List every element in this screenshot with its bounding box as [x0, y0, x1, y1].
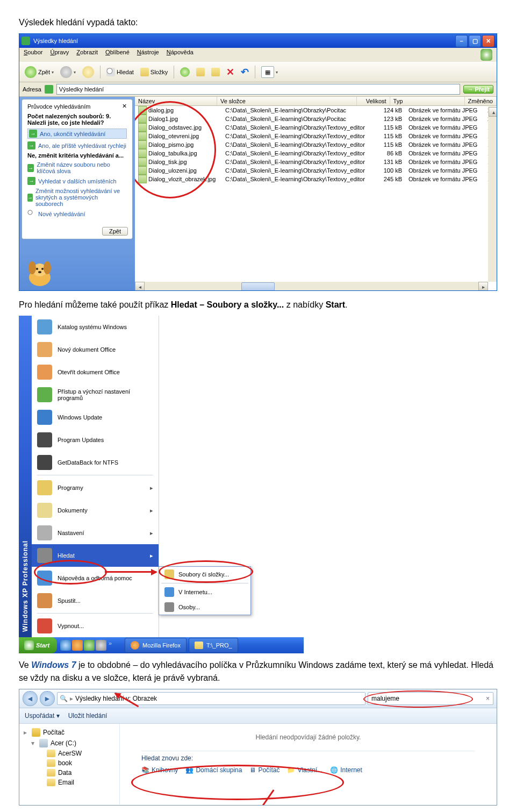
up-button[interactable]	[80, 65, 96, 79]
folder-tree: ▸Počítač▾Acer (C:)AcerSWbookDataEmail	[19, 724, 120, 804]
menu-item[interactable]: Nástroje	[137, 49, 159, 61]
start-menu-item[interactable]: Dokumenty▸	[32, 499, 159, 522]
menubar: SouborÚpravyZobrazitOblíbenéNástrojeNápo…	[19, 48, 497, 62]
wizard-close-button[interactable]: ✕	[122, 103, 127, 110]
tree-item[interactable]: Email	[24, 778, 115, 787]
header-type[interactable]: Typ	[390, 97, 465, 105]
minimize-button[interactable]: –	[455, 35, 468, 47]
start-menu-item[interactable]: Nastavení▸	[32, 522, 159, 544]
forward-button[interactable]: ▾	[58, 65, 78, 79]
start-menu-item[interactable]: Spustit...	[32, 589, 159, 612]
search-again-link[interactable]: 📚Knihovny	[141, 766, 178, 774]
menu-item[interactable]: Zobrazit	[76, 49, 98, 61]
wizard-back-button[interactable]: Zpět	[102, 227, 128, 236]
wizard-link-change-name[interactable]: →Změnit název souboru nebo klíčová slova	[27, 161, 127, 174]
wizard-link-end[interactable]: →Ano, ukončit vyhledávání	[27, 129, 127, 139]
file-icon	[138, 149, 147, 158]
tree-item[interactable]: AcerSW	[24, 749, 115, 758]
taskbar-task-folder[interactable]: T:\_PRO_	[189, 638, 238, 653]
tree-item[interactable]: ▾Acer (C:)	[24, 738, 115, 749]
submenu-item[interactable]: Osoby...	[159, 600, 250, 615]
move-button[interactable]	[209, 67, 222, 77]
search-again-link[interactable]: 🖥Počítač	[249, 766, 280, 774]
menu-item[interactable]: Úpravy	[50, 49, 69, 61]
media-icon[interactable]	[84, 640, 95, 651]
wizard-link-faster[interactable]: →Ano, ale příště vyhledávat rychleji	[27, 141, 127, 149]
mid-text: Pro hledání můžeme také použít příkaz Hl…	[19, 298, 497, 311]
firefox-icon[interactable]	[72, 640, 83, 651]
file-row[interactable]: Dialog_pismo.jpgC:\Data\_Skoleni\_E-lear…	[135, 140, 497, 149]
wizard-link-other-loc[interactable]: →Vyhledat v dalších umístěních	[27, 177, 127, 185]
start-menu-item[interactable]: Hledat▸	[32, 544, 159, 567]
file-list: Název Ve složce Velikost Typ Změněno dia…	[135, 97, 497, 290]
file-row[interactable]: Dialog_otevreni.jpgC:\Data\_Skoleni\_E-l…	[135, 132, 497, 140]
quick-launch: »	[57, 640, 124, 651]
search-button[interactable]: Hledat	[104, 67, 136, 77]
horizontal-scrollbar[interactable]: ◂▸	[135, 282, 488, 290]
back-button[interactable]: Zpět▾	[23, 65, 56, 79]
start-menu-item[interactable]: Přístup a výchozí nastavení programů	[32, 383, 159, 406]
header-name[interactable]: Název	[135, 97, 217, 105]
file-icon	[138, 123, 147, 132]
file-row[interactable]: Dialog_vlozit_obrazek.jpgC:\Data\_Skolen…	[135, 175, 497, 183]
menu-item[interactable]: Soubor	[24, 49, 42, 61]
desktop-icon[interactable]	[96, 640, 106, 651]
start-menu-item[interactable]: Vypnout...	[32, 615, 159, 637]
back-button[interactable]: ◄	[23, 691, 38, 706]
submenu-item[interactable]: Soubory či složky...	[159, 567, 250, 582]
search-input[interactable]: malujeme ×	[368, 692, 493, 705]
start-menu-item[interactable]: GetDataBack for NTFS	[32, 451, 159, 474]
header-modified[interactable]: Změněno	[465, 97, 497, 105]
svg-point-5	[41, 268, 44, 270]
tree-item[interactable]: book	[24, 758, 115, 768]
wizard-link-new-search[interactable]: Nové vyhledávání	[27, 210, 127, 218]
delete-button[interactable]: ✕	[224, 65, 236, 79]
file-row[interactable]: Dialog_tabulka.jpgC:\Data\_Skoleni\_E-le…	[135, 149, 497, 158]
clear-search-icon[interactable]: ×	[486, 695, 490, 702]
copy-button[interactable]	[194, 67, 207, 77]
file-row[interactable]: Dialog_tisk.jpgC:\Data\_Skoleni\_E-learn…	[135, 158, 497, 166]
file-icon	[138, 140, 147, 149]
search-again-link[interactable]: 👥Domácí skupina	[185, 766, 242, 774]
start-menu-item[interactable]: Nový dokument Office	[32, 338, 159, 361]
sync-button[interactable]	[178, 66, 192, 78]
start-menu-item[interactable]: Windows Update	[32, 406, 159, 429]
search-again-link[interactable]: 🌐Internet	[330, 766, 362, 774]
start-menu-item[interactable]: Program Updates	[32, 429, 159, 451]
maximize-button[interactable]: ▢	[469, 35, 481, 47]
save-search-button[interactable]: Uložit hledání	[68, 712, 108, 720]
file-row[interactable]: Dialog1.jpgC:\Data\_Skoleni\_E-learning\…	[135, 115, 497, 123]
go-button[interactable]: → Přejít	[463, 85, 493, 94]
path-bar[interactable]: 🔍 ▸ Výsledky hledání v: Obrazek	[57, 692, 366, 705]
submenu-item[interactable]: V Internetu...	[159, 585, 250, 600]
undo-button[interactable]: ↶	[239, 65, 251, 79]
tree-item[interactable]: ▸Počítač	[24, 727, 115, 738]
start-menu-item[interactable]: Programy▸	[32, 476, 159, 499]
start-menu-item[interactable]: Otevřít dokument Office	[32, 361, 159, 383]
search-again-link[interactable]: 📁Vlastní...	[287, 766, 322, 774]
no-results-text: Hledání neodpovídají žádné položky.	[141, 730, 475, 751]
file-row[interactable]: dialog.jpgC:\Data\_Skoleni\_E-learning\O…	[135, 106, 497, 115]
start-menu-item[interactable]: Nápověda a odborná pomoc	[32, 567, 159, 589]
tree-item[interactable]: Data	[24, 768, 115, 778]
ie-icon[interactable]	[60, 640, 71, 651]
menu-item[interactable]: Nápověda	[167, 49, 194, 61]
folders-button[interactable]: Složky	[138, 67, 170, 77]
forward-button[interactable]: ►	[40, 691, 55, 706]
taskbar-task-firefox[interactable]: Mozilla Firefox	[125, 638, 187, 653]
address-input[interactable]	[56, 84, 461, 95]
file-row[interactable]: Dialog_ulozeni.jpgC:\Data\_Skoleni\_E-le…	[135, 166, 497, 175]
start-button[interactable]: Start	[19, 637, 57, 653]
views-button[interactable]: ▦▾	[259, 65, 280, 79]
header-folder[interactable]: Ve složce	[217, 97, 357, 105]
organize-button[interactable]: Uspořádat ▾	[25, 712, 60, 720]
close-button[interactable]: ✕	[482, 35, 494, 47]
menu-item[interactable]: Oblíbené	[105, 49, 130, 61]
start-menu-item[interactable]: Katalog systému Windows	[32, 316, 159, 338]
wizard-link-hidden[interactable]: →Změnit možnosti vyhledávání ve skrytých…	[27, 188, 127, 207]
chevron-icon[interactable]: »	[108, 640, 120, 651]
menu-item-label: Windows Update	[58, 414, 102, 421]
file-row[interactable]: Dialog_odstavec.jpgC:\Data\_Skoleni\_E-l…	[135, 123, 497, 132]
vertical-scrollbar[interactable]: ▴	[488, 106, 497, 282]
header-size[interactable]: Velikost	[357, 97, 390, 105]
